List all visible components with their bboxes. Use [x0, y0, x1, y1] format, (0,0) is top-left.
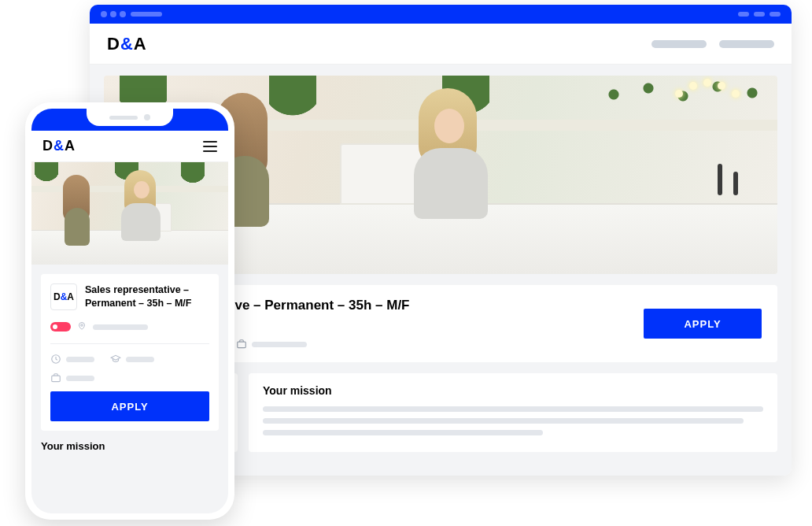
- logo-part: A: [65, 138, 76, 154]
- briefcase-icon: [50, 372, 61, 383]
- hero-image: [31, 162, 228, 265]
- browser-titlebar: [90, 5, 792, 24]
- meta-contract: [236, 339, 307, 350]
- nav-item-placeholder[interactable]: [719, 40, 774, 48]
- meta-placeholder: [126, 357, 154, 362]
- graduation-cap-icon: [110, 354, 121, 365]
- window-dot: [120, 11, 126, 17]
- pin-icon: [77, 320, 87, 334]
- svg-point-3: [81, 324, 83, 327]
- logo-part: D: [54, 291, 61, 302]
- clock-icon: [50, 354, 61, 365]
- text-placeholder: [263, 430, 543, 435]
- mobile-body: D&A Sales representative – Permanent – 3…: [31, 162, 228, 513]
- meta-education: [110, 354, 154, 365]
- window-dot: [110, 11, 116, 17]
- apply-button[interactable]: APPLY: [644, 309, 762, 339]
- logo-part: D: [42, 138, 54, 154]
- meta-placeholder: [66, 357, 94, 362]
- logo-part: A: [67, 291, 74, 302]
- logo-part: D: [107, 34, 120, 54]
- status-badge: [50, 322, 71, 332]
- text-placeholder: [263, 406, 763, 412]
- mobile-header: D&A: [31, 131, 228, 162]
- logo-part: A: [134, 34, 147, 54]
- window-dot: [101, 11, 107, 17]
- meta-contract: [50, 372, 94, 383]
- job-title: Sales representative – Permanent – 35h –…: [85, 283, 209, 310]
- meta-hours: [50, 354, 94, 365]
- mission-heading: Your mission: [41, 440, 219, 452]
- company-logo-badge: D&A: [50, 283, 77, 310]
- meta-placeholder: [252, 342, 307, 347]
- titlebar-placeholder: [131, 12, 162, 17]
- brand-logo[interactable]: D&A: [107, 34, 147, 54]
- titlebar-placeholder: [754, 12, 765, 17]
- svg-rect-5: [52, 376, 61, 382]
- site-header: D&A: [90, 24, 792, 65]
- mission-card: Your mission: [41, 440, 219, 452]
- location-placeholder: [93, 324, 148, 330]
- meta-placeholder: [66, 376, 94, 381]
- header-nav: [651, 40, 774, 48]
- apply-button[interactable]: APPLY: [50, 391, 209, 421]
- mission-card: Your mission: [249, 373, 777, 452]
- logo-amp: &: [61, 291, 68, 302]
- briefcase-icon: [236, 339, 247, 350]
- titlebar-placeholder: [738, 12, 749, 17]
- brand-logo[interactable]: D&A: [42, 138, 76, 154]
- mission-heading: Your mission: [263, 384, 763, 397]
- nav-item-placeholder[interactable]: [651, 40, 707, 48]
- mobile-phone-mock: D&A D&A Sales representative – Permanent…: [25, 102, 234, 520]
- job-summary-card: D&A Sales representative – Permanent – 3…: [41, 274, 219, 431]
- phone-notch: [87, 109, 173, 126]
- logo-amp: &: [54, 138, 65, 154]
- logo-amp: &: [120, 34, 134, 54]
- menu-icon[interactable]: [203, 141, 217, 152]
- svg-rect-2: [238, 342, 246, 348]
- titlebar-placeholder: [770, 12, 781, 17]
- text-placeholder: [263, 418, 744, 424]
